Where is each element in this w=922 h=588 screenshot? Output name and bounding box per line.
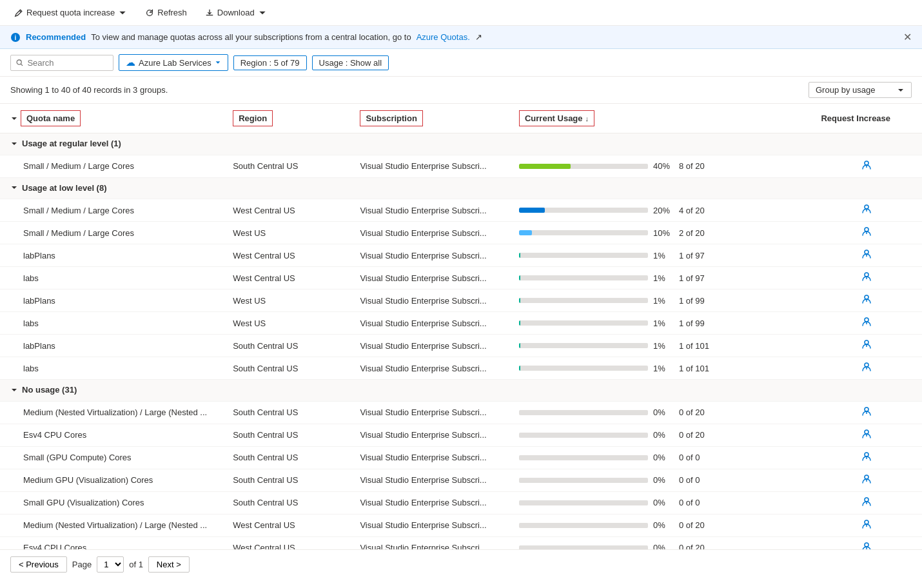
progress-bar-fill <box>519 253 520 258</box>
quota-name-cell: labPlans <box>0 289 222 312</box>
azure-quotas-link[interactable]: Azure Quotas. <box>417 32 470 42</box>
sort-arrow-icon: ↓ <box>585 115 589 122</box>
request-increase-icon[interactable] <box>861 341 872 352</box>
request-quota-increase-button[interactable]: Request quota increase <box>10 5 131 20</box>
request-increase-icon[interactable] <box>861 408 872 419</box>
subscription-header-box: Subscription <box>360 110 422 126</box>
request-increase-icon[interactable] <box>861 251 872 262</box>
download-button[interactable]: Download <box>201 5 271 20</box>
quota-name-cell: Small / Medium / Large Cores <box>0 222 222 244</box>
table-row: labs South Central US Visual Studio Ente… <box>0 357 922 380</box>
request-increase-icon[interactable] <box>861 364 872 375</box>
subscription-cell: Visual Studio Enterprise Subscri... <box>349 424 509 446</box>
group-chevron-icon[interactable] <box>10 386 18 394</box>
progress-bar-bg <box>519 478 648 483</box>
usage-text: 0 of 20 <box>679 520 720 530</box>
request-increase-cell <box>810 469 922 491</box>
request-increase-cell <box>810 424 922 446</box>
usage-cell: 0% 0 of 0 <box>509 491 810 514</box>
subscription-cell: Visual Studio Enterprise Subscri... <box>349 289 509 312</box>
group-chevron-icon[interactable] <box>10 140 18 148</box>
region-filter-label: Region : 5 of 79 <box>240 58 300 68</box>
azure-icon: ☁ <box>126 57 135 68</box>
table-row: Esv4 CPU Cores West Central US Visual St… <box>0 536 922 549</box>
page-label: Page <box>72 560 92 569</box>
table-row: Medium (Nested Virtualization) / Large (… <box>0 514 922 536</box>
search-input[interactable] <box>27 58 108 68</box>
region-cell: West Central US <box>222 267 349 289</box>
request-increase-icon[interactable] <box>861 228 872 239</box>
table-row: Small / Medium / Large Cores South Centr… <box>0 155 922 177</box>
request-increase-icon[interactable] <box>861 431 872 442</box>
banner-close-button[interactable]: ✕ <box>903 31 912 43</box>
request-increase-icon[interactable] <box>861 521 872 532</box>
table-row: labPlans West US Visual Studio Enterpris… <box>0 289 922 312</box>
search-box[interactable] <box>10 55 113 71</box>
svg-point-10 <box>865 250 868 254</box>
refresh-button[interactable]: Refresh <box>141 5 191 20</box>
request-increase-cell <box>810 335 922 357</box>
progress-bar-bg <box>519 500 648 505</box>
quota-name-cell: Medium GPU (Visualization) Cores <box>0 469 222 491</box>
request-increase-icon[interactable] <box>861 544 872 550</box>
usage-cell: 0% 0 of 20 <box>509 536 810 549</box>
edit-icon <box>14 8 23 17</box>
region-cell: West Central US <box>222 514 349 536</box>
svg-point-2 <box>17 59 21 64</box>
group-by-chevron <box>897 86 905 94</box>
svg-point-16 <box>865 318 868 322</box>
request-increase-icon[interactable] <box>861 273 872 284</box>
service-filter-chevron <box>215 59 221 66</box>
request-increase-icon[interactable] <box>861 476 872 487</box>
usage-cell: 0% 0 of 0 <box>509 446 810 469</box>
quota-name-cell: Small GPU (Visualization) Cores <box>0 491 222 514</box>
usage-text: 4 of 20 <box>679 206 720 215</box>
banner-link-icon: ↗ <box>475 32 482 42</box>
group-label: Usage at low level (8) <box>0 177 922 199</box>
region-cell: South Central US <box>222 469 349 491</box>
region-filter-pill[interactable]: Region : 5 of 79 <box>233 55 307 70</box>
region-cell: South Central US <box>222 401 349 424</box>
quota-name-cell: Esv4 CPU Cores <box>0 536 222 549</box>
usage-cell: 1% 1 of 99 <box>509 312 810 335</box>
filter-bar: ☁ Azure Lab Services Region : 5 of 79 Us… <box>0 49 922 77</box>
request-increase-cell <box>810 199 922 222</box>
request-increase-icon[interactable] <box>861 162 872 173</box>
page-select[interactable]: 1 <box>97 556 124 573</box>
group-row: Usage at low level (8) <box>0 177 922 199</box>
subscription-cell: Visual Studio Enterprise Subscri... <box>349 155 509 177</box>
quota-name-cell: Small / Medium / Large Cores <box>0 199 222 222</box>
service-filter-pill[interactable]: ☁ Azure Lab Services <box>119 54 228 71</box>
quota-name-cell: labs <box>0 312 222 335</box>
col-header-current-usage[interactable]: Current Usage ↓ <box>509 104 810 133</box>
request-increase-icon[interactable] <box>861 318 872 329</box>
pct-text: 0% <box>653 543 674 549</box>
col-header-subscription[interactable]: Subscription <box>349 104 509 133</box>
region-cell: South Central US <box>222 357 349 380</box>
request-increase-icon[interactable] <box>861 498 872 509</box>
banner-text: To view and manage quotas across all you… <box>91 32 411 42</box>
expand-all-icon[interactable] <box>10 115 18 122</box>
info-icon: i <box>10 32 21 43</box>
subscription-cell: Visual Studio Enterprise Subscri... <box>349 222 509 244</box>
usage-cell: 40% 8 of 20 <box>509 155 810 177</box>
usage-filter-label: Usage : Show all <box>319 58 382 68</box>
usage-text: 0 of 0 <box>679 475 720 485</box>
request-increase-icon[interactable] <box>861 296 872 307</box>
group-by-select[interactable]: Group by usage <box>809 82 912 98</box>
request-increase-icon[interactable] <box>861 206 872 217</box>
prev-page-button[interactable]: < Previous <box>10 556 67 573</box>
col-header-quota[interactable]: Quota name <box>0 104 222 133</box>
group-chevron-icon[interactable] <box>10 184 18 191</box>
pct-text: 0% <box>653 475 674 485</box>
subscription-cell: Visual Studio Enterprise Subscri... <box>349 514 509 536</box>
next-page-button[interactable]: Next > <box>148 556 190 573</box>
col-header-request-increase: Request Increase <box>810 104 922 133</box>
svg-point-24 <box>865 430 868 434</box>
col-header-region[interactable]: Region <box>222 104 349 133</box>
svg-text:i: i <box>15 34 17 41</box>
request-increase-icon[interactable] <box>861 453 872 464</box>
request-quota-increase-label: Request quota increase <box>26 8 115 17</box>
table-row: Medium (Nested Virtualization) / Large (… <box>0 401 922 424</box>
usage-filter-pill[interactable]: Usage : Show all <box>312 55 389 70</box>
